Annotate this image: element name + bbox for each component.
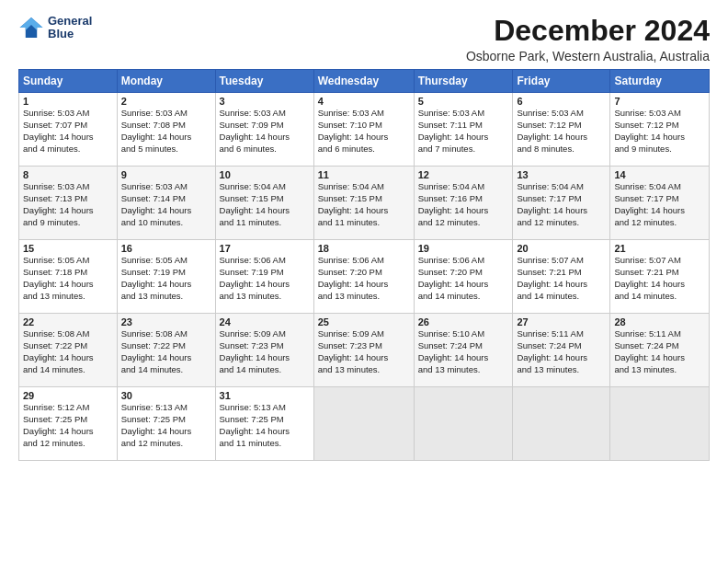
calendar-cell: 9Sunrise: 5:03 AM Sunset: 7:14 PM Daylig…: [117, 167, 215, 240]
day-info: Sunrise: 5:11 AM Sunset: 7:24 PM Dayligh…: [517, 328, 606, 375]
header: General Blue December 2024 Osborne Park,…: [18, 15, 710, 63]
day-info: Sunrise: 5:07 AM Sunset: 7:21 PM Dayligh…: [517, 255, 606, 302]
calendar: SundayMondayTuesdayWednesdayThursdayFrid…: [18, 69, 710, 461]
day-number: 13: [517, 169, 606, 180]
day-number: 8: [23, 169, 113, 180]
month-title: December 2024: [466, 15, 710, 47]
day-number: 28: [614, 316, 705, 327]
header-wednesday: Wednesday: [313, 70, 414, 93]
day-number: 19: [418, 243, 509, 254]
calendar-cell: 10Sunrise: 5:04 AM Sunset: 7:15 PM Dayli…: [215, 167, 313, 240]
day-number: 11: [318, 169, 410, 180]
calendar-cell: 3Sunrise: 5:03 AM Sunset: 7:09 PM Daylig…: [215, 93, 313, 167]
day-info: Sunrise: 5:03 AM Sunset: 7:13 PM Dayligh…: [23, 181, 113, 228]
day-number: 20: [517, 243, 606, 254]
day-info: Sunrise: 5:03 AM Sunset: 7:12 PM Dayligh…: [614, 108, 705, 155]
calendar-cell: 18Sunrise: 5:06 AM Sunset: 7:20 PM Dayli…: [313, 240, 414, 314]
day-info: Sunrise: 5:04 AM Sunset: 7:15 PM Dayligh…: [220, 181, 310, 228]
calendar-cell: 21Sunrise: 5:07 AM Sunset: 7:21 PM Dayli…: [610, 240, 710, 314]
day-info: Sunrise: 5:05 AM Sunset: 7:18 PM Dayligh…: [23, 255, 113, 302]
day-info: Sunrise: 5:06 AM Sunset: 7:20 PM Dayligh…: [418, 255, 509, 302]
day-number: 7: [614, 96, 705, 107]
day-info: Sunrise: 5:03 AM Sunset: 7:14 PM Dayligh…: [121, 181, 211, 228]
day-info: Sunrise: 5:13 AM Sunset: 7:25 PM Dayligh…: [220, 402, 310, 449]
header-sunday: Sunday: [19, 70, 118, 93]
calendar-cell: 14Sunrise: 5:04 AM Sunset: 7:17 PM Dayli…: [610, 167, 710, 240]
day-number: 6: [517, 96, 606, 107]
day-number: 4: [318, 96, 410, 107]
day-info: Sunrise: 5:03 AM Sunset: 7:08 PM Dayligh…: [121, 108, 211, 155]
day-number: 30: [121, 390, 211, 401]
calendar-header-row: SundayMondayTuesdayWednesdayThursdayFrid…: [19, 70, 710, 93]
day-info: Sunrise: 5:03 AM Sunset: 7:07 PM Dayligh…: [23, 108, 113, 155]
week-row-2: 8Sunrise: 5:03 AM Sunset: 7:13 PM Daylig…: [19, 167, 710, 240]
day-info: Sunrise: 5:04 AM Sunset: 7:15 PM Dayligh…: [318, 181, 410, 228]
day-info: Sunrise: 5:12 AM Sunset: 7:25 PM Dayligh…: [23, 402, 113, 449]
day-number: 14: [614, 169, 705, 180]
day-number: 2: [121, 96, 211, 107]
week-row-3: 15Sunrise: 5:05 AM Sunset: 7:18 PM Dayli…: [19, 240, 710, 314]
day-number: 22: [23, 316, 113, 327]
day-info: Sunrise: 5:08 AM Sunset: 7:22 PM Dayligh…: [23, 328, 113, 375]
calendar-cell: 16Sunrise: 5:05 AM Sunset: 7:19 PM Dayli…: [117, 240, 215, 314]
day-number: 27: [517, 316, 606, 327]
day-number: 21: [614, 243, 705, 254]
day-number: 17: [220, 243, 310, 254]
day-info: Sunrise: 5:06 AM Sunset: 7:20 PM Dayligh…: [318, 255, 410, 302]
logo-icon: [18, 15, 44, 40]
calendar-cell: [414, 387, 513, 461]
calendar-cell: 19Sunrise: 5:06 AM Sunset: 7:20 PM Dayli…: [414, 240, 513, 314]
calendar-cell: 15Sunrise: 5:05 AM Sunset: 7:18 PM Dayli…: [19, 240, 118, 314]
day-number: 9: [121, 169, 211, 180]
calendar-cell: 7Sunrise: 5:03 AM Sunset: 7:12 PM Daylig…: [610, 93, 710, 167]
day-number: 29: [23, 390, 113, 401]
week-row-4: 22Sunrise: 5:08 AM Sunset: 7:22 PM Dayli…: [19, 314, 710, 387]
calendar-cell: 30Sunrise: 5:13 AM Sunset: 7:25 PM Dayli…: [117, 387, 215, 461]
calendar-cell: 22Sunrise: 5:08 AM Sunset: 7:22 PM Dayli…: [19, 314, 118, 387]
week-row-5: 29Sunrise: 5:12 AM Sunset: 7:25 PM Dayli…: [19, 387, 710, 461]
week-row-1: 1Sunrise: 5:03 AM Sunset: 7:07 PM Daylig…: [19, 93, 710, 167]
calendar-cell: 20Sunrise: 5:07 AM Sunset: 7:21 PM Dayli…: [513, 240, 610, 314]
day-number: 3: [220, 96, 310, 107]
day-info: Sunrise: 5:04 AM Sunset: 7:16 PM Dayligh…: [418, 181, 509, 228]
day-info: Sunrise: 5:04 AM Sunset: 7:17 PM Dayligh…: [517, 181, 606, 228]
day-info: Sunrise: 5:03 AM Sunset: 7:09 PM Dayligh…: [220, 108, 310, 155]
day-number: 23: [121, 316, 211, 327]
day-info: Sunrise: 5:03 AM Sunset: 7:12 PM Dayligh…: [517, 108, 606, 155]
calendar-cell: 1Sunrise: 5:03 AM Sunset: 7:07 PM Daylig…: [19, 93, 118, 167]
day-info: Sunrise: 5:09 AM Sunset: 7:23 PM Dayligh…: [220, 328, 310, 375]
header-tuesday: Tuesday: [215, 70, 313, 93]
day-number: 1: [23, 96, 113, 107]
day-number: 25: [318, 316, 410, 327]
calendar-cell: 26Sunrise: 5:10 AM Sunset: 7:24 PM Dayli…: [414, 314, 513, 387]
calendar-cell: 29Sunrise: 5:12 AM Sunset: 7:25 PM Dayli…: [19, 387, 118, 461]
day-number: 10: [220, 169, 310, 180]
day-info: Sunrise: 5:09 AM Sunset: 7:23 PM Dayligh…: [318, 328, 410, 375]
day-info: Sunrise: 5:07 AM Sunset: 7:21 PM Dayligh…: [614, 255, 705, 302]
calendar-cell: 17Sunrise: 5:06 AM Sunset: 7:19 PM Dayli…: [215, 240, 313, 314]
calendar-cell: 13Sunrise: 5:04 AM Sunset: 7:17 PM Dayli…: [513, 167, 610, 240]
calendar-cell: 4Sunrise: 5:03 AM Sunset: 7:10 PM Daylig…: [313, 93, 414, 167]
day-number: 16: [121, 243, 211, 254]
day-info: Sunrise: 5:11 AM Sunset: 7:24 PM Dayligh…: [614, 328, 705, 375]
day-number: 24: [220, 316, 310, 327]
logo-text: General Blue: [48, 15, 92, 41]
calendar-cell: 12Sunrise: 5:04 AM Sunset: 7:16 PM Dayli…: [414, 167, 513, 240]
header-monday: Monday: [117, 70, 215, 93]
location: Osborne Park, Western Australia, Austral…: [466, 49, 710, 63]
day-number: 18: [318, 243, 410, 254]
day-number: 12: [418, 169, 509, 180]
calendar-cell: [513, 387, 610, 461]
calendar-cell: 25Sunrise: 5:09 AM Sunset: 7:23 PM Dayli…: [313, 314, 414, 387]
calendar-cell: 8Sunrise: 5:03 AM Sunset: 7:13 PM Daylig…: [19, 167, 118, 240]
header-saturday: Saturday: [610, 70, 710, 93]
calendar-cell: 11Sunrise: 5:04 AM Sunset: 7:15 PM Dayli…: [313, 167, 414, 240]
day-info: Sunrise: 5:08 AM Sunset: 7:22 PM Dayligh…: [121, 328, 211, 375]
calendar-cell: 5Sunrise: 5:03 AM Sunset: 7:11 PM Daylig…: [414, 93, 513, 167]
calendar-cell: 28Sunrise: 5:11 AM Sunset: 7:24 PM Dayli…: [610, 314, 710, 387]
day-number: 31: [220, 390, 310, 401]
calendar-cell: [313, 387, 414, 461]
day-info: Sunrise: 5:05 AM Sunset: 7:19 PM Dayligh…: [121, 255, 211, 302]
logo-line1: General: [48, 15, 92, 28]
day-number: 15: [23, 243, 113, 254]
